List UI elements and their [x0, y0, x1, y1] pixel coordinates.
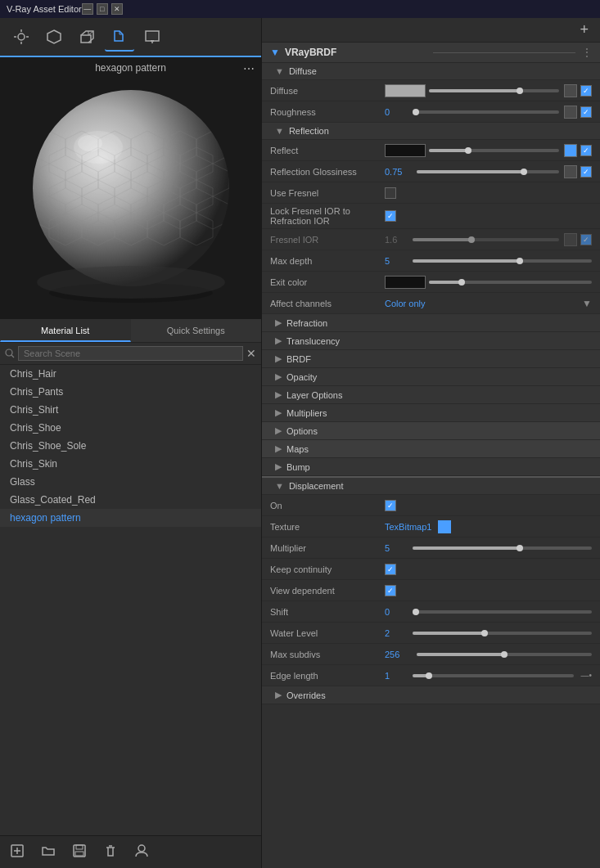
shift-value: 0 [385, 607, 592, 617]
list-item[interactable]: Chris_Shoe [0, 419, 261, 437]
max-subdivs-value: 256 [385, 650, 592, 659]
roughness-slider[interactable] [413, 110, 559, 114]
keep-continuity-checkbox[interactable]: ✓ [385, 564, 396, 575]
displacement-section-header[interactable]: ▼ Displacement [262, 476, 600, 495]
search-clear-button[interactable]: ✕ [246, 347, 256, 360]
left-panel: hexagon pattern ⋯ [0, 18, 262, 868]
list-item[interactable]: Chris_Skin [0, 455, 261, 473]
options-section-header[interactable]: ▶ Options [262, 422, 600, 440]
toolbar-lights-button[interactable] [7, 22, 36, 52]
water-level-label: Water Level [270, 628, 385, 638]
reflect-texture-icon[interactable] [564, 144, 577, 157]
toolbar-materials-button[interactable] [39, 22, 69, 52]
use-fresnel-checkbox[interactable] [385, 187, 396, 199]
shift-num: 0 [385, 607, 409, 617]
overrides-section-header[interactable]: ▶ Overrides [262, 686, 600, 704]
minimize-button[interactable]: — [82, 3, 93, 15]
displacement-multiplier-slider[interactable] [413, 546, 592, 550]
affect-channels-dropdown[interactable]: Color only [385, 299, 426, 308]
vray-brdf-header[interactable]: ▼ VRayBRDF ⋮ [262, 43, 600, 63]
search-input[interactable] [18, 346, 243, 361]
fresnel-ior-texture-icon[interactable] [564, 233, 577, 246]
maps-section-header[interactable]: ▶ Maps [262, 440, 600, 458]
maximize-button[interactable]: □ [97, 3, 108, 15]
bump-section-header[interactable]: ▶ Bump [262, 458, 600, 476]
use-fresnel-row: Use Fresnel [262, 182, 600, 204]
edge-length-slider[interactable] [413, 674, 574, 677]
save-button[interactable] [72, 843, 87, 861]
new-material-button[interactable] [10, 843, 25, 861]
diffuse-slider[interactable] [429, 89, 559, 92]
roughness-texture-icon[interactable] [564, 106, 577, 119]
exit-color-value [385, 276, 592, 289]
list-item[interactable]: Chris_Shoe_Sole [0, 437, 261, 455]
max-depth-slider[interactable] [413, 259, 592, 263]
refraction-section-header[interactable]: ▶ Refraction [262, 314, 600, 332]
preview-area: hexagon pattern ⋯ [0, 57, 261, 319]
list-item-selected[interactable]: hexagon pattern [0, 509, 261, 527]
list-item[interactable]: Chris_Shirt [0, 401, 261, 419]
list-item[interactable]: Chris_Hair [0, 365, 261, 383]
reflect-slider[interactable] [429, 149, 559, 152]
tab-quick-settings[interactable]: Quick Settings [131, 319, 262, 342]
fresnel-ior-num: 1.6 [385, 235, 409, 245]
list-item[interactable]: Glass_Coated_Red [0, 491, 261, 509]
reflect-enable-checkbox[interactable]: ✓ [580, 145, 592, 156]
displacement-texture-row: Texture TexBitmap1 [262, 516, 600, 537]
diffuse-texture-icon[interactable] [564, 84, 577, 97]
fresnel-ior-checkbox[interactable]: ✓ [580, 234, 592, 245]
close-button[interactable]: ✕ [111, 3, 123, 15]
exit-color-swatch[interactable] [385, 276, 426, 289]
max-subdivs-num: 256 [385, 650, 413, 659]
fresnel-ior-slider[interactable] [413, 238, 559, 241]
lock-fresnel-checkbox[interactable]: ✓ [385, 210, 396, 222]
reflection-section-header[interactable]: ▼ Reflection [262, 123, 600, 140]
roughness-value: 0 ✓ [385, 106, 592, 119]
layer-options-section-header[interactable]: ▶ Layer Options [262, 386, 600, 404]
affect-channels-arrow-icon[interactable]: ▼ [582, 298, 592, 309]
app-title: V-Ray Asset Editor [7, 4, 82, 14]
toolbar-geometry-button[interactable] [72, 22, 102, 52]
edge-length-label: Edge length [270, 671, 385, 681]
translucency-section-header[interactable]: ▶ Translucency [262, 332, 600, 350]
refraction-label: Refraction [286, 318, 327, 328]
delete-button[interactable] [103, 843, 118, 861]
view-dependent-checkbox[interactable]: ✓ [385, 585, 396, 596]
refl-glossiness-value: 0.75 ✓ [385, 165, 592, 178]
diffuse-color-value: ✓ [385, 84, 592, 97]
shift-slider[interactable] [413, 610, 592, 614]
refl-glossiness-slider[interactable] [417, 170, 559, 173]
user-button[interactable] [134, 843, 149, 861]
vray-brdf-more-button[interactable]: ⋮ [582, 47, 592, 58]
preview-more-button[interactable]: ⋯ [243, 62, 255, 75]
diffuse-enable-checkbox[interactable]: ✓ [580, 85, 592, 97]
roughness-enable-checkbox[interactable]: ✓ [580, 106, 592, 118]
displacement-texture-label: Texture [270, 522, 385, 532]
toolbar-textures-button[interactable] [105, 22, 134, 52]
displacement-texture-icon[interactable] [438, 520, 451, 533]
refl-glossiness-texture-icon[interactable] [564, 165, 577, 178]
list-item[interactable]: Glass [0, 473, 261, 491]
exit-color-slider[interactable] [429, 281, 592, 284]
max-subdivs-slider[interactable] [417, 653, 592, 656]
refl-glossiness-checkbox[interactable]: ✓ [580, 166, 592, 178]
use-fresnel-label: Use Fresnel [270, 188, 385, 198]
displacement-texture-link[interactable]: TexBitmap1 [385, 522, 431, 532]
tab-material-list[interactable]: Material List [0, 319, 131, 342]
refl-glossiness-label: Reflection Glossiness [270, 167, 385, 177]
brdf-section-header[interactable]: ▶ BRDF [262, 350, 600, 368]
toolbar-render-button[interactable] [138, 22, 167, 52]
reflect-color-swatch[interactable] [385, 144, 426, 157]
add-asset-button[interactable]: + [575, 21, 593, 38]
open-button[interactable] [41, 843, 56, 861]
shift-label: Shift [270, 607, 385, 617]
diffuse-section-header[interactable]: ▼ Diffuse [262, 63, 600, 80]
opacity-section-header[interactable]: ▶ Opacity [262, 368, 600, 386]
use-fresnel-value [385, 187, 592, 199]
displacement-on-checkbox[interactable]: ✓ [385, 500, 396, 511]
maps-arrow-icon: ▶ [275, 443, 282, 454]
diffuse-color-swatch[interactable] [385, 84, 426, 97]
list-item[interactable]: Chris_Pants [0, 383, 261, 401]
water-level-slider[interactable] [413, 632, 592, 635]
multipliers-section-header[interactable]: ▶ Multipliers [262, 404, 600, 422]
